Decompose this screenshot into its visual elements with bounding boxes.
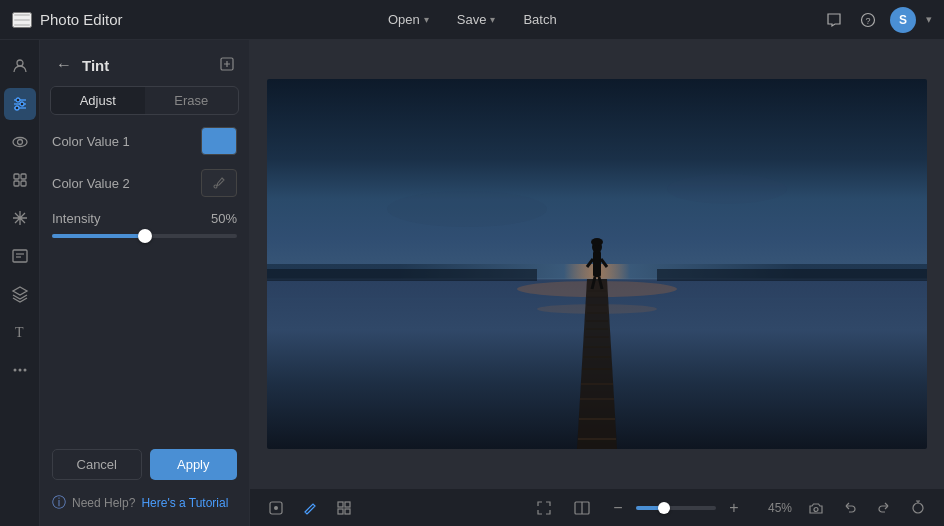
tool-btn-2[interactable] [296, 494, 324, 522]
chat-icon-button[interactable] [822, 8, 846, 32]
tab-erase[interactable]: Erase [145, 87, 239, 114]
svg-rect-13 [14, 181, 19, 186]
intensity-value: 50% [211, 211, 237, 226]
nav-people-button[interactable] [4, 50, 36, 82]
apply-button[interactable]: Apply [150, 449, 238, 480]
panel-title: Tint [82, 57, 109, 74]
image-svg [267, 79, 927, 449]
svg-point-10 [17, 140, 22, 145]
nav-text-button[interactable]: T [4, 316, 36, 348]
slider-thumb[interactable] [138, 229, 152, 243]
sparkle-icon [11, 209, 29, 227]
avatar[interactable]: S [890, 7, 916, 33]
split-button[interactable] [568, 494, 596, 522]
svg-rect-57 [267, 269, 537, 281]
restore-button[interactable] [904, 494, 932, 522]
zoom-slider[interactable] [636, 506, 716, 510]
canvas-image [267, 79, 927, 449]
color-value-2-swatch[interactable] [201, 169, 237, 197]
zoom-value: 45% [756, 501, 792, 515]
help-icon-button[interactable]: ? [856, 8, 880, 32]
eyedropper-icon [212, 176, 226, 190]
svg-point-22 [23, 369, 26, 372]
nav-effects-button[interactable] [4, 202, 36, 234]
nav-misc-button[interactable] [4, 354, 36, 386]
svg-point-60 [667, 174, 787, 204]
filter-icon [11, 171, 29, 189]
svg-rect-58 [657, 269, 927, 281]
avatar-chevron-icon[interactable]: ▾ [926, 13, 932, 26]
svg-rect-50 [593, 251, 601, 277]
intensity-header: Intensity 50% [52, 211, 237, 226]
nav-view-button[interactable] [4, 126, 36, 158]
undo-icon [842, 500, 858, 516]
nav-adjust-button[interactable] [4, 88, 36, 120]
svg-rect-63 [338, 502, 343, 507]
nav-layers-button[interactable] [4, 278, 36, 310]
menu-button[interactable] [12, 12, 32, 28]
tint-panel: ← Tint Adjust Erase Color Value 1 [40, 40, 250, 526]
color-tool-icon [268, 500, 284, 516]
panel-actions: Cancel Apply [52, 449, 237, 480]
text-icon: T [11, 323, 29, 341]
intensity-slider[interactable] [52, 234, 237, 238]
export-button[interactable] [219, 56, 235, 75]
svg-rect-12 [21, 174, 26, 179]
svg-rect-65 [338, 509, 343, 514]
open-button[interactable]: Open ▾ [378, 8, 439, 31]
panel-tabs: Adjust Erase [50, 86, 239, 115]
svg-point-69 [814, 507, 818, 511]
tool-btn-1[interactable] [262, 494, 290, 522]
save-chevron-icon: ▾ [490, 14, 495, 25]
topbar-center: Open ▾ Save ▾ Batch [123, 8, 822, 31]
tool-btn-3[interactable] [330, 494, 358, 522]
svg-point-56 [591, 238, 603, 246]
cancel-button[interactable]: Cancel [52, 449, 142, 480]
help-icon: ? [860, 12, 876, 28]
back-button[interactable]: ← [54, 54, 74, 76]
batch-button[interactable]: Batch [513, 8, 566, 31]
svg-point-20 [13, 369, 16, 372]
app-title: Photo Editor [40, 11, 123, 28]
redo-button[interactable] [870, 494, 898, 522]
svg-text:?: ? [865, 16, 870, 26]
intensity-row: Intensity 50% [52, 211, 237, 238]
svg-point-62 [274, 506, 278, 510]
expand-icon [536, 500, 552, 516]
zoom-out-button[interactable]: − [606, 496, 630, 520]
snapshot-icon [808, 500, 824, 516]
svg-text:T: T [15, 325, 24, 340]
panel-header: ← Tint [40, 40, 249, 86]
save-button[interactable]: Save ▾ [447, 8, 506, 31]
zoom-in-button[interactable]: + [722, 496, 746, 520]
canvas-area: − + 45% [250, 40, 944, 526]
chat-icon [826, 12, 842, 28]
svg-rect-11 [14, 174, 19, 179]
svg-marker-18 [13, 287, 27, 295]
panel-header-left: ← Tint [54, 54, 109, 76]
topbar-left: Photo Editor [12, 11, 123, 28]
svg-point-24 [214, 185, 217, 188]
svg-point-7 [20, 102, 24, 106]
svg-rect-66 [345, 509, 350, 514]
undo-button[interactable] [836, 494, 864, 522]
color-value-1-swatch[interactable] [201, 127, 237, 155]
nav-filter-button[interactable] [4, 164, 36, 196]
expand-button[interactable] [530, 494, 558, 522]
help-link[interactable]: Here's a Tutorial [141, 496, 228, 510]
open-chevron-icon: ▾ [424, 14, 429, 25]
redo-icon [876, 500, 892, 516]
intensity-label: Intensity [52, 211, 100, 226]
slider-fill [52, 234, 145, 238]
tab-adjust[interactable]: Adjust [51, 87, 145, 114]
color-value-2-label: Color Value 2 [52, 176, 130, 191]
split-icon [574, 500, 590, 516]
info-icon: ⓘ [52, 494, 66, 512]
bottom-bar: − + 45% [250, 488, 944, 526]
people-icon [11, 57, 29, 75]
topbar-right: ? S ▾ [822, 7, 932, 33]
nav-history-button[interactable] [4, 240, 36, 272]
zoom-slider-thumb[interactable] [658, 502, 670, 514]
main: T ← Tint Adjust Erase [0, 40, 944, 526]
snapshot-button[interactable] [802, 494, 830, 522]
